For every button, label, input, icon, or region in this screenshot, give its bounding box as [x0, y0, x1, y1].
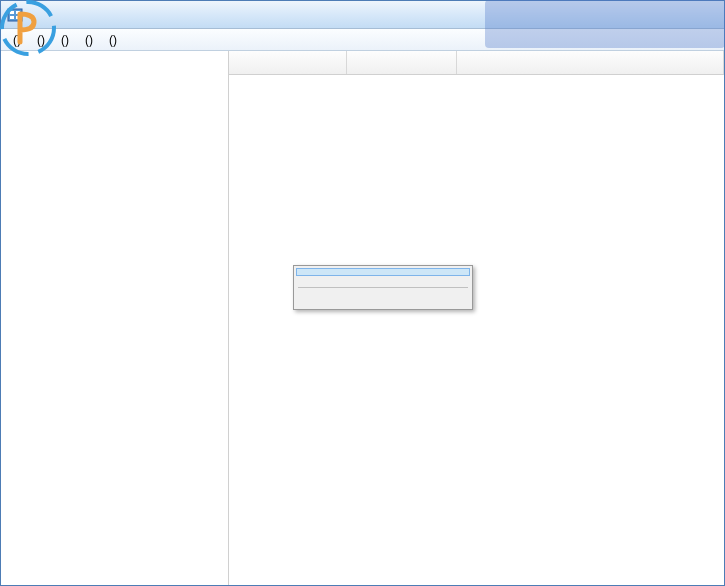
svg-rect-2: [16, 11, 20, 14]
value-list[interactable]: [229, 75, 724, 585]
menu-edit[interactable]: (): [29, 31, 53, 49]
content-area: [1, 51, 724, 585]
context-modify[interactable]: [296, 268, 470, 276]
menu-help[interactable]: (): [101, 31, 125, 49]
context-rename[interactable]: [296, 299, 470, 307]
context-menu: [293, 265, 473, 310]
context-modify-binary[interactable]: [296, 276, 470, 284]
svg-rect-4: [16, 16, 20, 19]
app-icon: [7, 7, 23, 23]
context-sep: [298, 287, 468, 288]
titlebar[interactable]: [1, 1, 724, 29]
svg-rect-3: [10, 16, 14, 19]
menu-view[interactable]: (): [53, 31, 77, 49]
column-name-header[interactable]: [229, 51, 347, 74]
svg-rect-1: [10, 11, 14, 14]
list-header: [229, 51, 724, 75]
column-type-header[interactable]: [347, 51, 457, 74]
svg-rect-0: [8, 9, 22, 21]
value-list-pane: [229, 51, 724, 585]
menu-favorites[interactable]: (): [77, 31, 101, 49]
column-data-header[interactable]: [457, 51, 724, 74]
registry-tree[interactable]: [1, 51, 229, 585]
context-delete[interactable]: [296, 291, 470, 299]
menubar: () () () () (): [1, 29, 724, 51]
menu-file[interactable]: (): [5, 31, 29, 49]
